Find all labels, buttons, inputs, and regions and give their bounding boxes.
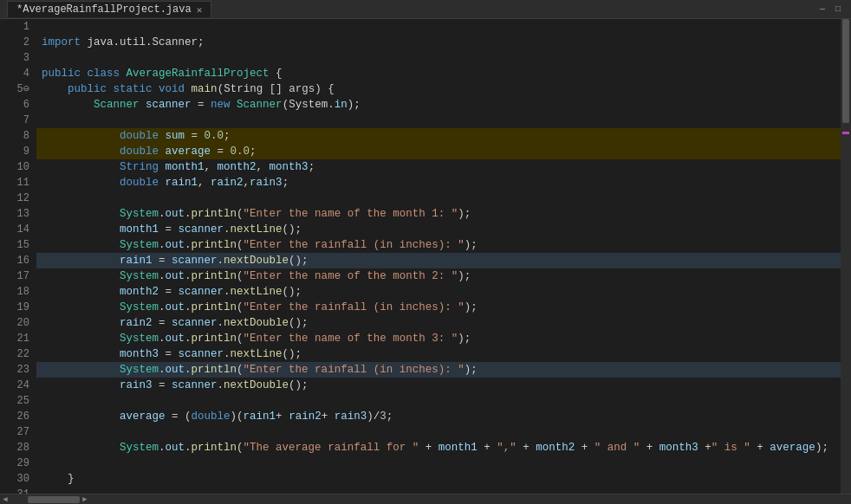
code-line-31 xyxy=(36,487,841,494)
code-line-5: public static void main(String [] args) … xyxy=(36,81,841,97)
code-line-17: System.out.println("Enter the name of th… xyxy=(36,268,841,284)
code-line-25 xyxy=(36,393,841,409)
code-line-26: average = (double)(rain1+ rain2+ rain3)/… xyxy=(36,409,841,424)
tab-close-button[interactable]: ✕ xyxy=(197,4,203,16)
line-num-27: 27 xyxy=(0,424,29,440)
code-content[interactable]: import java.util.Scanner; public class A… xyxy=(36,19,841,494)
code-line-7 xyxy=(36,113,841,128)
line-num-18: 18 xyxy=(0,284,29,300)
code-lines: import java.util.Scanner; public class A… xyxy=(36,19,841,494)
code-line-3 xyxy=(36,50,841,66)
line-num-1: 1 xyxy=(0,19,29,35)
main-window: *AverageRainfallProject.java ✕ — □ 1 2 3… xyxy=(0,0,851,504)
line-num-8: 8 xyxy=(0,128,29,144)
editor-tab[interactable]: *AverageRainfallProject.java ✕ xyxy=(7,1,211,17)
code-line-9: double average = 0.0; xyxy=(36,144,841,159)
line-num-23: 23 xyxy=(0,362,29,378)
line-num-3: 3 xyxy=(0,50,29,66)
line-num-11: 11 xyxy=(0,175,29,191)
code-line-8: double sum = 0.0; xyxy=(36,128,841,144)
code-line-4: public class AverageRainfallProject { xyxy=(36,66,841,81)
code-line-6: Scanner scanner = new Scanner(System.in)… xyxy=(36,97,841,113)
code-line-12 xyxy=(36,191,841,206)
code-line-2: import java.util.Scanner; xyxy=(36,35,841,50)
line-num-26: 26 xyxy=(0,409,29,424)
line-num-28: 28 xyxy=(0,440,29,456)
line-num-29: 29 xyxy=(0,456,29,471)
line-num-13: 13 xyxy=(0,206,29,222)
line-num-25: 25 xyxy=(0,393,29,409)
minimize-button[interactable]: — xyxy=(816,3,828,16)
line-num-20: 20 xyxy=(0,315,29,331)
code-line-1 xyxy=(36,19,841,35)
line-num-10: 10 xyxy=(0,159,29,175)
vertical-scrollbar[interactable] xyxy=(841,19,851,494)
line-num-6: 6 xyxy=(0,97,29,113)
scroll-left-button[interactable]: ◀ xyxy=(0,494,10,505)
title-bar: *AverageRainfallProject.java ✕ — □ xyxy=(0,0,851,19)
editor-area: 1 2 3 4 5⊖ 6 7 8 9 10 11 12 13 14 15 16 … xyxy=(0,19,851,494)
line-num-9: 9 xyxy=(0,144,29,159)
line-num-22: 22 xyxy=(0,346,29,362)
code-line-15: System.out.println("Enter the rainfall (… xyxy=(36,237,841,253)
line-num-4: 4 xyxy=(0,66,29,81)
code-line-28: System.out.println("The average rainfall… xyxy=(36,440,841,456)
maximize-button[interactable]: □ xyxy=(832,3,844,16)
code-line-29 xyxy=(36,456,841,471)
code-line-19: System.out.println("Enter the rainfall (… xyxy=(36,300,841,315)
scroll-marker-23 xyxy=(842,132,849,134)
scroll-right-button[interactable]: ▶ xyxy=(80,494,90,505)
code-line-13: System.out.println("Enter the name of th… xyxy=(36,206,841,222)
line-num-16: 16 xyxy=(0,253,29,268)
line-numbers: 1 2 3 4 5⊖ 6 7 8 9 10 11 12 13 14 15 16 … xyxy=(0,19,36,494)
line-num-17: 17 xyxy=(0,268,29,284)
scroll-thumb[interactable] xyxy=(842,19,849,123)
code-line-22: month3 = scanner.nextLine(); xyxy=(36,346,841,362)
line-num-21: 21 xyxy=(0,331,29,346)
h-scroll-thumb[interactable] xyxy=(28,496,80,503)
code-line-16: rain1 = scanner.nextDouble(); xyxy=(36,253,841,268)
tab-label: *AverageRainfallProject.java xyxy=(16,3,192,16)
code-line-11: double rain1, rain2,rain3; xyxy=(36,175,841,191)
line-num-24: 24 xyxy=(0,378,29,393)
code-line-24: rain3 = scanner.nextDouble(); xyxy=(36,378,841,393)
line-num-30: 30 xyxy=(0,471,29,487)
code-line-20: rain2 = scanner.nextDouble(); xyxy=(36,315,841,331)
horizontal-scrollbar[interactable]: ◀ ▶ xyxy=(0,494,851,504)
code-line-21: System.out.println("Enter the name of th… xyxy=(36,331,841,346)
line-num-7: 7 xyxy=(0,113,29,128)
line-num-12: 12 xyxy=(0,191,29,206)
code-line-30: } xyxy=(36,471,841,487)
line-num-2: 2 xyxy=(0,35,29,50)
code-line-18: month2 = scanner.nextLine(); xyxy=(36,284,841,300)
line-num-14: 14 xyxy=(0,222,29,237)
line-num-31: 31 xyxy=(0,487,29,494)
code-line-23: System.out.println("Enter the rainfall (… xyxy=(36,362,841,378)
line-num-19: 19 xyxy=(0,300,29,315)
code-line-10: String month1, month2, month3; xyxy=(36,159,841,175)
code-line-27 xyxy=(36,424,841,440)
window-controls: — □ xyxy=(816,3,844,16)
code-line-14: month1 = scanner.nextLine(); xyxy=(36,222,841,237)
line-num-5: 5⊖ xyxy=(0,81,29,97)
line-num-15: 15 xyxy=(0,237,29,253)
